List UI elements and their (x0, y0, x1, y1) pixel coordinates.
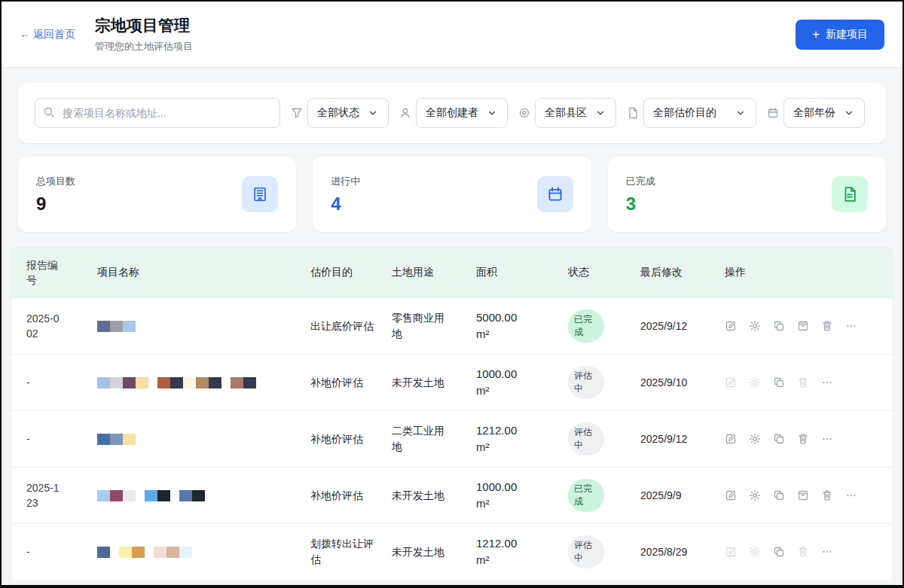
status-badge: 评估中 (568, 422, 604, 456)
copy-icon[interactable] (773, 546, 785, 558)
name-block (179, 547, 192, 558)
copy-icon[interactable] (773, 376, 785, 388)
name-block (110, 434, 123, 445)
edit-icon[interactable] (725, 546, 737, 558)
last-modified-cell: 2025/9/12 (631, 309, 716, 343)
table-row: -补地价评估未开发土地1000.00m²评估中2025/9/10 (11, 354, 893, 410)
trash-icon[interactable] (821, 489, 833, 501)
gear-icon[interactable] (749, 433, 761, 445)
edit-icon[interactable] (725, 320, 737, 332)
name-block (166, 547, 179, 558)
gear-icon[interactable] (749, 489, 761, 501)
stat-label: 已完成 (626, 175, 655, 188)
name-block (170, 377, 183, 388)
edit-icon[interactable] (725, 376, 737, 388)
ellipsis-icon[interactable] (821, 546, 833, 558)
purpose-cell: 补地价评估 (301, 421, 383, 458)
area-cell: 5000.00m² (467, 299, 559, 354)
edit-icon[interactable] (725, 433, 737, 445)
table-row: -划拨转出让评估未开发土地1212.00m²评估中2025/8/29 (11, 523, 893, 580)
trash-icon[interactable] (797, 376, 809, 388)
document-icon (627, 107, 639, 119)
name-block-gap (170, 490, 179, 501)
page-title: 宗地项目管理 (95, 15, 193, 36)
name-block (97, 321, 110, 332)
area-cell: 1212.00m² (467, 525, 559, 580)
ellipsis-icon[interactable] (845, 489, 857, 501)
actions-cell (716, 366, 893, 399)
col-header-report-no: 报告编号 (11, 248, 88, 297)
stat-card-total: 总项目数 9 (18, 157, 296, 232)
name-block-gap (110, 547, 119, 558)
funnel-icon (291, 107, 303, 119)
report-no-cell: 2025-123 (11, 470, 88, 522)
ellipsis-icon[interactable] (821, 376, 833, 388)
status-cell: 已完成 (559, 299, 631, 354)
col-header-project-name: 项目名称 (88, 257, 301, 288)
calendar-icon (767, 107, 779, 119)
name-block (157, 377, 170, 388)
archive-icon[interactable] (797, 489, 809, 501)
last-modified-cell: 2025/9/12 (631, 422, 716, 455)
trash-icon[interactable] (797, 433, 809, 445)
project-name-cell (88, 367, 301, 399)
main-content: 全部状态 全部创建者 全部县区 全部估价目的 全部年份 (2, 68, 902, 580)
back-home-link[interactable]: ← 返回首页 (20, 28, 75, 41)
purpose-filter-select[interactable]: 全部估价目的 (643, 98, 756, 128)
ellipsis-icon[interactable] (821, 433, 833, 445)
copy-icon[interactable] (773, 489, 785, 501)
chevron-down-icon (594, 107, 606, 119)
land-use-cell: 零售商业用地 (383, 300, 467, 352)
new-project-label: 新建项目 (826, 28, 868, 41)
name-block (136, 377, 148, 388)
area-cell: 1212.00m² (467, 412, 559, 467)
name-block-gap (145, 547, 154, 558)
projects-table: 报告编号 项目名称 估价目的 土地用途 面积 状态 最后修改 操作 2025-0… (11, 247, 893, 580)
search-box (35, 98, 280, 128)
location-icon (518, 107, 530, 119)
county-filter-label: 全部县区 (545, 106, 587, 120)
copy-icon[interactable] (773, 320, 785, 332)
copy-icon[interactable] (773, 433, 785, 445)
area-cell: 1000.00m² (467, 355, 559, 410)
trash-icon[interactable] (821, 320, 833, 332)
year-filter-select[interactable]: 全部年份 (783, 98, 865, 128)
gear-icon[interactable] (749, 546, 761, 558)
county-filter-select[interactable]: 全部县区 (535, 98, 616, 128)
archive-icon[interactable] (797, 320, 809, 332)
actions-cell (716, 535, 893, 568)
edit-icon[interactable] (725, 489, 737, 501)
name-block (157, 490, 170, 501)
filter-bar: 全部状态 全部创建者 全部县区 全部估价目的 全部年份 (18, 83, 886, 143)
gear-icon[interactable] (749, 320, 761, 332)
project-name-cell (88, 423, 301, 455)
name-block (192, 490, 205, 501)
search-input[interactable] (35, 98, 280, 128)
gear-icon[interactable] (749, 376, 761, 388)
last-modified-cell: 2025/9/9 (631, 479, 716, 512)
purpose-cell: 补地价评估 (301, 477, 383, 514)
creator-filter-select[interactable]: 全部创建者 (416, 98, 508, 128)
col-header-modified: 最后修改 (631, 257, 716, 288)
report-no-cell: - (11, 534, 88, 570)
name-block (154, 547, 166, 558)
status-cell: 评估中 (559, 412, 631, 467)
page-subtitle: 管理您的土地评估项目 (95, 40, 193, 53)
table-row: 2025-123补地价评估未开发土地1000.00m²已完成2025/9/9 (11, 467, 893, 523)
title-group: 宗地项目管理 管理您的土地评估项目 (95, 15, 193, 53)
name-block (243, 377, 256, 388)
purpose-filter-label: 全部估价目的 (653, 106, 716, 120)
ellipsis-icon[interactable] (845, 320, 857, 332)
new-project-button[interactable]: + 新建项目 (796, 20, 884, 50)
name-block (110, 490, 123, 501)
stat-label: 总项目数 (36, 175, 75, 188)
header-bar: ← 返回首页 宗地项目管理 管理您的土地评估项目 + 新建项目 (2, 2, 902, 68)
status-badge: 评估中 (568, 535, 604, 569)
status-cell: 已完成 (559, 468, 631, 523)
stats-row: 总项目数 9 进行中 4 已完成 3 (18, 157, 886, 232)
last-modified-cell: 2025/8/29 (631, 535, 716, 568)
status-cell: 评估中 (559, 525, 631, 580)
trash-icon[interactable] (797, 546, 809, 558)
name-block (145, 490, 157, 501)
status-filter-select[interactable]: 全部状态 (307, 98, 389, 128)
